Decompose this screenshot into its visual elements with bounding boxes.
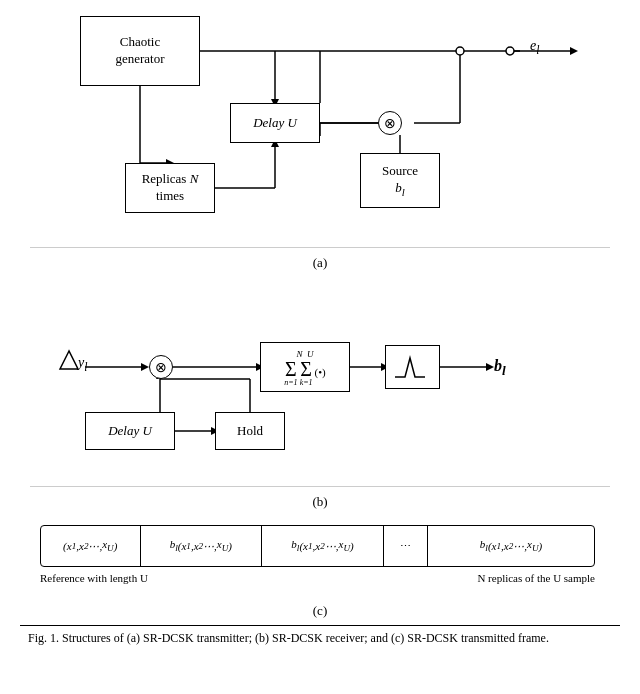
yl-label: yl — [78, 355, 87, 374]
el-label: el — [530, 38, 539, 57]
svg-point-2 — [506, 47, 514, 55]
delay-box-b: Delay U — [85, 412, 175, 450]
svg-point-1 — [456, 47, 464, 55]
frame-cells: (x1, x2⋯,xU) bl(x1, x2⋯,xU) bl(x1, x2⋯,x… — [40, 525, 595, 567]
frame-cell-3: bl(x1, x2⋯,xU) — [262, 526, 384, 566]
multiply-circle-b: ⊗ — [149, 355, 173, 379]
antenna-symbol — [58, 349, 80, 375]
diagram-b: yl ⊗ N U Σ n=1 Σ k=1 (•) — [30, 277, 610, 487]
chaotic-box: Chaotic generator — [80, 16, 200, 86]
chaotic-label: Chaotic generator — [115, 34, 164, 68]
source-label: Sourcebl — [382, 163, 418, 199]
frame-labels: Reference with length U N replicas of th… — [40, 572, 595, 584]
fig-caption: Fig. 1. Structures of (a) SR-DCSK transm… — [20, 625, 620, 651]
figure-container: Chaotic generator Delay U Replicas Ntime… — [10, 0, 630, 651]
replicas-box: Replicas Ntimes — [125, 163, 215, 213]
svg-marker-4 — [570, 47, 578, 55]
svg-marker-22 — [141, 363, 149, 371]
frame-label-left: Reference with length U — [40, 572, 148, 584]
frame-cell-4: bl(x1, x2⋯,xU) — [428, 526, 594, 566]
svg-marker-28 — [486, 363, 494, 371]
delay-a-label: Delay U — [253, 115, 297, 132]
diagram-a: Chaotic generator Delay U Replicas Ntime… — [30, 8, 610, 248]
multiply-circle-a: ⊗ — [378, 111, 402, 135]
delay-box-a: Delay U — [230, 103, 320, 143]
svg-marker-38 — [60, 351, 78, 369]
bl-label-b: bl — [494, 357, 506, 379]
frame-cell-2: bl(x1, x2⋯,xU) — [141, 526, 263, 566]
hold-box: Hold — [215, 412, 285, 450]
caption-b: (b) — [312, 494, 327, 510]
sum-box: N U Σ n=1 Σ k=1 (•) — [260, 342, 350, 392]
caption-a: (a) — [313, 255, 327, 271]
source-box: Sourcebl — [360, 153, 440, 208]
decision-box — [385, 345, 440, 389]
fig-caption-text: Fig. 1. Structures of (a) SR-DCSK transm… — [28, 631, 549, 645]
caption-c: (c) — [313, 603, 327, 619]
frame-cell-1: (x1, x2⋯,xU) — [41, 526, 141, 566]
frame-cell-dots: ⋯ — [384, 526, 428, 566]
replicas-label: Replicas Ntimes — [142, 171, 199, 205]
diagram-c: (x1, x2⋯,xU) bl(x1, x2⋯,xU) bl(x1, x2⋯,x… — [30, 520, 610, 600]
frame-label-right: N replicas of the U sample — [477, 572, 595, 584]
